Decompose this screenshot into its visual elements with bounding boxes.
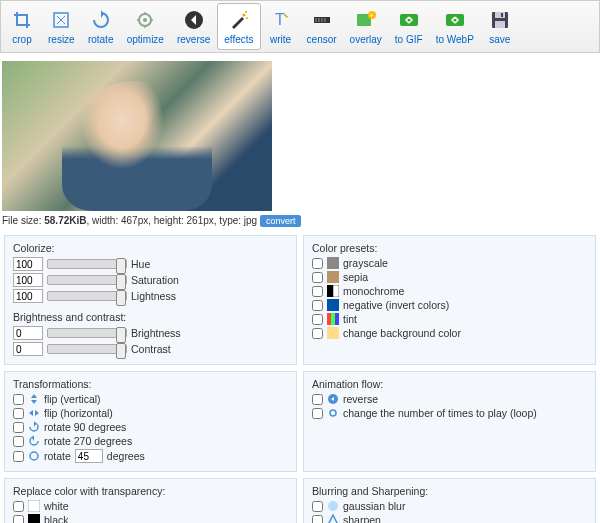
sharpen-check[interactable] bbox=[312, 515, 323, 524]
white-check[interactable] bbox=[13, 501, 24, 512]
grayscale-icon bbox=[327, 257, 339, 269]
towebp-label: to WebP bbox=[436, 34, 474, 45]
svg-rect-1 bbox=[14, 14, 28, 16]
resize-label: resize bbox=[48, 34, 75, 45]
rot90-icon bbox=[28, 421, 40, 433]
monochrome-check[interactable] bbox=[312, 286, 323, 297]
svg-rect-3 bbox=[16, 24, 30, 26]
bgcolor-label: change background color bbox=[343, 327, 461, 339]
rotcustom-check[interactable] bbox=[13, 451, 24, 462]
svg-rect-26 bbox=[327, 257, 339, 269]
overlay-tool[interactable]: +overlay bbox=[344, 3, 388, 50]
svg-rect-16 bbox=[324, 18, 326, 22]
negative-check[interactable] bbox=[312, 300, 323, 311]
sharpen-icon bbox=[327, 514, 339, 523]
anim-panel: Animation flow: reverse change the numbe… bbox=[303, 371, 596, 472]
rotate-tool[interactable]: rotate bbox=[82, 3, 120, 50]
effects-tool[interactable]: effects bbox=[217, 3, 260, 50]
svg-rect-25 bbox=[501, 13, 503, 17]
crop-tool[interactable]: crop bbox=[3, 3, 41, 50]
saturation-slider[interactable] bbox=[47, 275, 127, 285]
sepia-label: sepia bbox=[343, 271, 368, 283]
svg-rect-33 bbox=[335, 313, 339, 325]
svg-text:+: + bbox=[369, 12, 373, 19]
rot270-check[interactable] bbox=[13, 436, 24, 447]
presets-panel: Color presets: grayscale sepia monochrom… bbox=[303, 235, 596, 365]
animreverse-check[interactable] bbox=[312, 394, 323, 405]
convert-button[interactable]: convert bbox=[260, 215, 302, 227]
bgcolor-check[interactable] bbox=[312, 328, 323, 339]
transform-title: Transformations: bbox=[13, 378, 288, 390]
svg-rect-14 bbox=[318, 18, 320, 22]
lightness-input[interactable] bbox=[13, 289, 43, 303]
rotate-label: rotate bbox=[88, 34, 114, 45]
flipv-check[interactable] bbox=[13, 394, 24, 405]
svg-rect-23 bbox=[495, 12, 505, 18]
image-preview bbox=[2, 61, 272, 211]
white-icon bbox=[28, 500, 40, 512]
hue-slider[interactable] bbox=[47, 259, 127, 269]
grayscale-check[interactable] bbox=[312, 258, 323, 269]
saturation-input[interactable] bbox=[13, 273, 43, 287]
sepia-check[interactable] bbox=[312, 272, 323, 283]
saturation-label: Saturation bbox=[131, 274, 179, 286]
optimize-label: optimize bbox=[127, 34, 164, 45]
degrees-label: degrees bbox=[107, 450, 145, 462]
brightness-slider[interactable] bbox=[47, 328, 127, 338]
crop-label: crop bbox=[12, 34, 31, 45]
animloop-check[interactable] bbox=[312, 408, 323, 419]
gaussian-check[interactable] bbox=[312, 501, 323, 512]
gaussian-icon bbox=[327, 500, 339, 512]
save-tool[interactable]: save bbox=[481, 3, 519, 50]
rot90-check[interactable] bbox=[13, 422, 24, 433]
fliph-check[interactable] bbox=[13, 408, 24, 419]
anim-title: Animation flow: bbox=[312, 378, 587, 390]
sharpen-label: sharpen bbox=[343, 514, 381, 523]
bgcolor-icon bbox=[327, 327, 339, 339]
hue-input[interactable] bbox=[13, 257, 43, 271]
svg-rect-13 bbox=[315, 18, 317, 22]
flipv-label: flip (vertical) bbox=[44, 393, 101, 405]
black-check[interactable] bbox=[13, 515, 24, 524]
file-width: 467px bbox=[121, 215, 148, 226]
svg-rect-32 bbox=[331, 313, 335, 325]
negative-label: negative (invert colors) bbox=[343, 299, 449, 311]
panels: Colorize: Hue Saturation Lightness Brigh… bbox=[0, 235, 600, 523]
togif-tool[interactable]: to GIF bbox=[389, 3, 429, 50]
contrast-slider[interactable] bbox=[47, 344, 127, 354]
svg-point-43 bbox=[328, 501, 338, 511]
replace-panel: Replace color with transparency: white b… bbox=[4, 478, 297, 523]
file-size: 58.72KiB bbox=[44, 215, 86, 226]
svg-rect-37 bbox=[28, 500, 40, 512]
reverse-tool[interactable]: reverse bbox=[171, 3, 216, 50]
rotdeg-input[interactable] bbox=[75, 449, 103, 463]
togif-icon bbox=[397, 8, 421, 32]
monochrome-icon bbox=[327, 285, 339, 297]
animreverse-label: reverse bbox=[343, 393, 378, 405]
file-info: File size: 58.72KiB, width: 467px, heigh… bbox=[2, 215, 600, 227]
blur-title: Blurring and Sharpening: bbox=[312, 485, 587, 497]
reverse-label: reverse bbox=[177, 34, 210, 45]
rot270-label: rotate 270 degrees bbox=[44, 435, 132, 447]
svg-point-10 bbox=[245, 11, 247, 13]
svg-rect-30 bbox=[327, 299, 339, 311]
gaussian-label: gaussian blur bbox=[343, 500, 405, 512]
resize-tool[interactable]: resize bbox=[42, 3, 81, 50]
tint-check[interactable] bbox=[312, 314, 323, 325]
togif-label: to GIF bbox=[395, 34, 423, 45]
colorize-panel: Colorize: Hue Saturation Lightness Brigh… bbox=[4, 235, 297, 365]
transform-panel: Transformations: flip (vertical) flip (h… bbox=[4, 371, 297, 472]
contrast-input[interactable] bbox=[13, 342, 43, 356]
towebp-tool[interactable]: to WebP bbox=[430, 3, 480, 50]
optimize-tool[interactable]: optimize bbox=[121, 3, 170, 50]
censor-tool[interactable]: censor bbox=[301, 3, 343, 50]
censor-label: censor bbox=[307, 34, 337, 45]
write-tool[interactable]: Twrite bbox=[262, 3, 300, 50]
blur-panel: Blurring and Sharpening: gaussian blur s… bbox=[303, 478, 596, 523]
svg-rect-21 bbox=[446, 14, 464, 26]
brightness-input[interactable] bbox=[13, 326, 43, 340]
monochrome-label: monochrome bbox=[343, 285, 404, 297]
svg-rect-38 bbox=[28, 514, 40, 523]
animloop-label: change the number of times to play (loop… bbox=[343, 407, 537, 419]
lightness-slider[interactable] bbox=[47, 291, 127, 301]
